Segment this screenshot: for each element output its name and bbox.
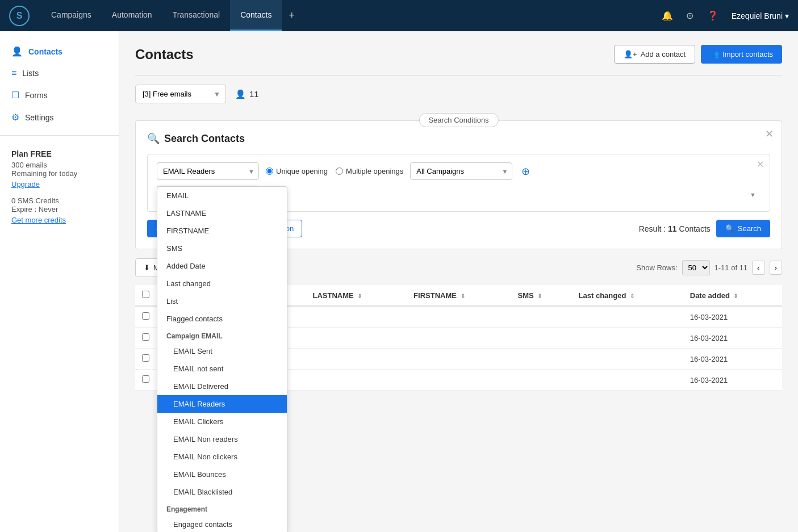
plan-upgrade-link[interactable]: Upgrade (11, 180, 107, 188)
nav-automation[interactable]: Automation (102, 0, 162, 31)
dropdown-item-email-delivered[interactable]: EMAIL Delivered (157, 378, 287, 395)
add-contact-icon: 👤+ (624, 50, 637, 58)
search-actions: Result : 11 Contacts 🔍 Search (639, 220, 770, 237)
sms-expire: Expire : Never (11, 205, 107, 213)
radio-multiple-label[interactable]: Multiple openings (336, 167, 403, 175)
search-section-close-icon[interactable]: ✕ (765, 128, 774, 140)
contact-count: 👤 11 (235, 89, 259, 99)
sidebar-item-contacts[interactable]: 👤 Contacts (0, 40, 119, 62)
page-actions: 👤+ Add a contact 👥 Import contacts (614, 45, 782, 64)
row-lastname-3 (306, 370, 407, 391)
import-icon: 👥 (710, 50, 719, 58)
plan-remaining: Remaining for today (11, 169, 107, 178)
notification-icon[interactable]: 🔔 (659, 7, 676, 24)
dropdown-item-email-non-readers[interactable]: EMAIL Non readers (157, 430, 287, 448)
next-page-button[interactable]: › (770, 261, 782, 275)
radio-multiple-opening[interactable] (336, 167, 343, 175)
lastchanged-sort-icon: ⇕ (630, 293, 634, 299)
nav-contacts[interactable]: Contacts (230, 0, 282, 31)
help-icon[interactable]: ❓ (704, 7, 721, 24)
nav-plus[interactable]: + (282, 0, 302, 31)
dropdown-item-firstname[interactable]: FIRSTNAME (157, 222, 287, 240)
my-filters-icon: ⬇ (144, 263, 150, 272)
radio-unique-text: Unique opening (276, 167, 328, 175)
radio-unique-opening[interactable] (266, 167, 273, 175)
dropdown-item-email-not-sent[interactable]: EMAIL not sent (157, 360, 287, 378)
search-conditions-badge: Search Conditions (419, 113, 498, 127)
sidebar-plan: Plan FREE 300 emails Remaining for today… (0, 143, 119, 231)
add-contact-button[interactable]: 👤+ Add a contact (614, 45, 695, 64)
row-lastname-1 (306, 328, 407, 349)
condition-type-select[interactable]: EMAIL Readers (157, 162, 259, 180)
col-sms[interactable]: SMS ⇕ (511, 285, 572, 306)
result-count: 11 (668, 224, 677, 233)
right-icons: 🔔 ⊙ ❓ Ezequiel Bruni ▾ (659, 7, 789, 24)
row-checkbox-0[interactable] (142, 312, 149, 320)
dropdown-item-email-blacklisted[interactable]: EMAIL Blacklisted (157, 483, 287, 501)
sidebar-item-forms[interactable]: ☐ Forms (0, 84, 119, 106)
col-last-changed[interactable]: Last changed ⇕ (572, 285, 683, 306)
row-firstname-3 (407, 370, 511, 391)
row-sms-3 (511, 370, 572, 391)
dropdown-item-sms[interactable]: SMS (157, 240, 287, 257)
help-circle-icon[interactable]: ⊙ (682, 7, 699, 24)
page-title: Contacts (135, 47, 194, 62)
sidebar-item-settings[interactable]: ⚙ Settings (0, 106, 119, 128)
lastname-sort-icon: ⇕ (357, 293, 362, 299)
col-lastname[interactable]: LASTNAME ⇕ (306, 285, 407, 306)
row-checkbox-1[interactable] (142, 333, 149, 341)
lists-icon: ≡ (11, 68, 16, 78)
nav-items: Campaigns Automation Transactional Conta… (41, 0, 302, 31)
col-checkbox (135, 285, 156, 306)
campaigns-select[interactable]: All Campaigns (410, 162, 512, 180)
row-lastname-2 (306, 349, 407, 370)
radio-multiple-text: Multiple openings (346, 167, 403, 175)
forms-icon: ☐ (11, 90, 19, 100)
condition-dropdown: EMAILLASTNAMEFIRSTNAMESMSAdded DateLast … (157, 186, 287, 532)
dropdown-item-added-date[interactable]: Added Date (157, 257, 287, 275)
dropdown-item-email-readers[interactable]: EMAIL Readers (157, 395, 287, 413)
nav-campaigns[interactable]: Campaigns (41, 0, 102, 31)
list-select-wrap: [3] Free emails ▼ (135, 85, 226, 103)
radio-unique-label[interactable]: Unique opening (266, 167, 328, 175)
sidebar-item-lists[interactable]: ≡ Lists (0, 62, 119, 84)
col-firstname[interactable]: FIRSTNAME ⇕ (407, 285, 511, 306)
show-rows-select[interactable]: 50 (682, 260, 710, 275)
dropdown-item-email-bounces[interactable]: EMAIL Bounces (157, 466, 287, 483)
nav-transactional[interactable]: Transactional (162, 0, 231, 31)
get-more-credits-link[interactable]: Get more credits (11, 216, 107, 224)
sms-credits-label: 0 SMS Credits (11, 196, 107, 205)
list-select[interactable]: [3] Free emails (135, 85, 226, 103)
dateadded-sort-icon: ⇕ (733, 293, 738, 299)
select-all-checkbox[interactable] (142, 291, 149, 298)
dropdown-item-lastname[interactable]: LASTNAME (157, 204, 287, 222)
row-checkbox-3[interactable] (142, 375, 149, 383)
dropdown-item-email-clickers[interactable]: EMAIL Clickers (157, 413, 287, 430)
sidebar: 👤 Contacts ≡ Lists ☐ Forms ⚙ Settings Pl… (0, 31, 119, 532)
dropdown-item-email[interactable]: EMAIL (157, 187, 287, 204)
search-button[interactable]: 🔍 Search (716, 220, 770, 237)
user-menu[interactable]: Ezequiel Bruni ▾ (732, 11, 789, 20)
col-date-added[interactable]: Date added ⇕ (683, 285, 782, 306)
top-nav: S Campaigns Automation Transactional Con… (0, 0, 798, 31)
dropdown-item-list[interactable]: List (157, 292, 287, 310)
add-condition-plus-icon[interactable]: ⊕ (521, 165, 530, 178)
plan-name: Plan FREE (11, 149, 107, 158)
app-logo: S (9, 6, 30, 26)
pagination-info: 1-11 of 11 (715, 263, 748, 272)
whenever-select-arrow-icon: ▼ (750, 191, 756, 198)
condition-close-icon[interactable]: ✕ (757, 159, 764, 170)
dropdown-item-email-non-clickers[interactable]: EMAIL Non clickers (157, 448, 287, 466)
row-sms-0 (511, 306, 572, 328)
page-header: Contacts 👤+ Add a contact 👥 Import conta… (135, 45, 782, 64)
condition-select-container: EMAIL Readers ▼ EMAILLASTNAMEFIRSTNAMESM… (157, 162, 259, 180)
row-checkbox-2[interactable] (142, 354, 149, 362)
import-contacts-button[interactable]: 👥 Import contacts (701, 45, 782, 64)
dropdown-item-flagged-contacts[interactable]: Flagged contacts (157, 310, 287, 328)
dropdown-item-last-changed[interactable]: Last changed (157, 275, 287, 292)
row-dateadded-1: 16-03-2021 (683, 328, 782, 349)
dropdown-item-engaged-contacts[interactable]: Engaged contacts (157, 516, 287, 532)
search-title-icon: 🔍 (147, 132, 160, 145)
dropdown-item-email-sent[interactable]: EMAIL Sent (157, 342, 287, 360)
prev-page-button[interactable]: ‹ (752, 261, 764, 275)
